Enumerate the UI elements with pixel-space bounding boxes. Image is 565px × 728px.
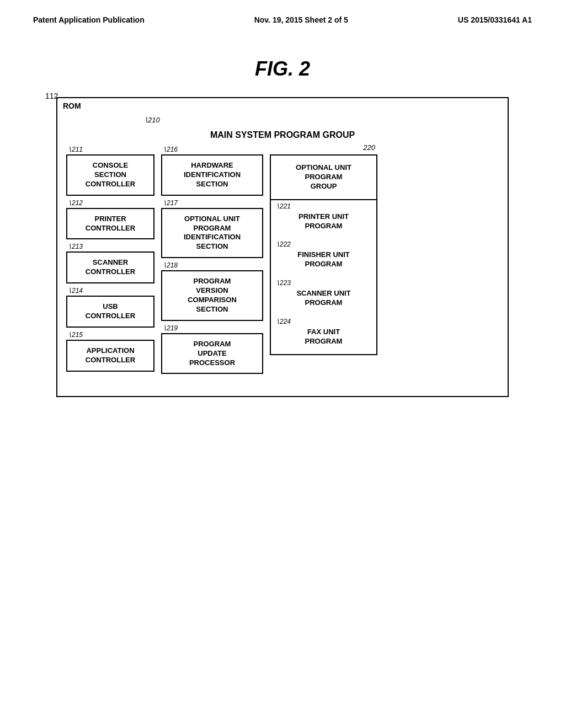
box-219: PROGRAMUPDATEPROCESSOR (161, 333, 263, 374)
mid-column: ∖216 HARDWAREIDENTIFICATIONSECTION ∖217 … (161, 147, 263, 374)
ref-214: ∖214 (67, 287, 83, 295)
header-left: Patent Application Publication (33, 15, 145, 24)
outer-box: ROM ∖210 MAIN SYSTEM PROGRAM GROUP ∖211 … (56, 97, 509, 397)
ref-222-wrapper: ∖222 FINISHER UNITPROGRAM (271, 238, 376, 277)
box-223: SCANNER UNITPROGRAM (271, 277, 376, 315)
rom-label: ROM (63, 101, 81, 110)
box-211: CONSOLESECTIONCONTROLLER (66, 154, 154, 196)
ref-214-wrapper: ∖214 USBCONTROLLER (66, 296, 154, 328)
ref-219: ∖219 (162, 324, 178, 332)
columns-wrapper: ∖211 CONSOLESECTIONCONTROLLER ∖212 PRINT… (66, 147, 499, 374)
ref-215-wrapper: ∖215 APPLICATIONCONTROLLER (66, 340, 154, 372)
right-col-header: OPTIONAL UNITPROGRAMGROUP (271, 156, 376, 200)
ref-215: ∖215 (67, 331, 83, 339)
box-212: PRINTERCONTROLLER (66, 208, 154, 240)
box-222: FINISHER UNITPROGRAM (271, 238, 376, 277)
box-224: FAX UNITPROGRAM (271, 315, 376, 354)
ref-210: ∖210 (143, 116, 160, 124)
box-214: USBCONTROLLER (66, 296, 154, 328)
header-right: US 2015/0331641 A1 (458, 15, 532, 24)
ref-210-row: ∖210 (143, 115, 499, 125)
right-column-wrapper: 220 OPTIONAL UNITPROGRAMGROUP ∖221 PRINT… (270, 154, 377, 355)
box-218: PROGRAMVERSIONCOMPARISONSECTION (161, 270, 263, 321)
ref-216-wrapper: ∖216 HARDWAREIDENTIFICATIONSECTION (161, 154, 263, 196)
box-216: HARDWAREIDENTIFICATIONSECTION (161, 154, 263, 196)
ref-211: ∖211 (67, 146, 83, 153)
right-column: OPTIONAL UNITPROGRAMGROUP ∖221 PRINTER U… (270, 154, 377, 355)
ref-218: ∖218 (162, 261, 178, 269)
ref-212-wrapper: ∖212 PRINTERCONTROLLER (66, 208, 154, 240)
ref-213-wrapper: ∖213 SCANNERCONTROLLER (66, 251, 154, 283)
ref-211-wrapper: ∖211 CONSOLESECTIONCONTROLLER (66, 154, 154, 196)
ref-213: ∖213 (67, 243, 83, 250)
ref-220: 220 (363, 143, 375, 152)
ref-219-wrapper: ∖219 PROGRAMUPDATEPROCESSOR (161, 333, 263, 374)
ref-217-wrapper: ∖217 OPTIONAL UNITPROGRAMIDENTIFICATIONS… (161, 208, 263, 259)
box-221: PRINTER UNITPROGRAM (271, 200, 376, 239)
main-system-label: MAIN SYSTEM PROGRAM GROUP (66, 130, 499, 140)
diagram-area: 112 ROM ∖210 MAIN SYSTEM PROGRAM GROUP ∖… (56, 97, 509, 397)
ref-216: ∖216 (162, 146, 178, 153)
ref-212: ∖212 (67, 199, 83, 207)
header-center: Nov. 19, 2015 Sheet 2 of 5 (254, 15, 348, 24)
ref-221-wrapper: ∖221 PRINTER UNITPROGRAM (271, 200, 376, 239)
box-213: SCANNERCONTROLLER (66, 251, 154, 283)
left-column: ∖211 CONSOLESECTIONCONTROLLER ∖212 PRINT… (66, 147, 154, 372)
box-217: OPTIONAL UNITPROGRAMIDENTIFICATIONSECTIO… (161, 208, 263, 259)
figure-title: FIG. 2 (0, 57, 565, 81)
ref-224-wrapper: ∖224 FAX UNITPROGRAM (271, 315, 376, 354)
box-215: APPLICATIONCONTROLLER (66, 340, 154, 372)
ref-218-wrapper: ∖218 PROGRAMVERSIONCOMPARISONSECTION (161, 270, 263, 321)
ref-217: ∖217 (162, 199, 178, 207)
page-header: Patent Application Publication Nov. 19, … (0, 0, 565, 24)
ref-223-wrapper: ∖223 SCANNER UNITPROGRAM (271, 277, 376, 315)
